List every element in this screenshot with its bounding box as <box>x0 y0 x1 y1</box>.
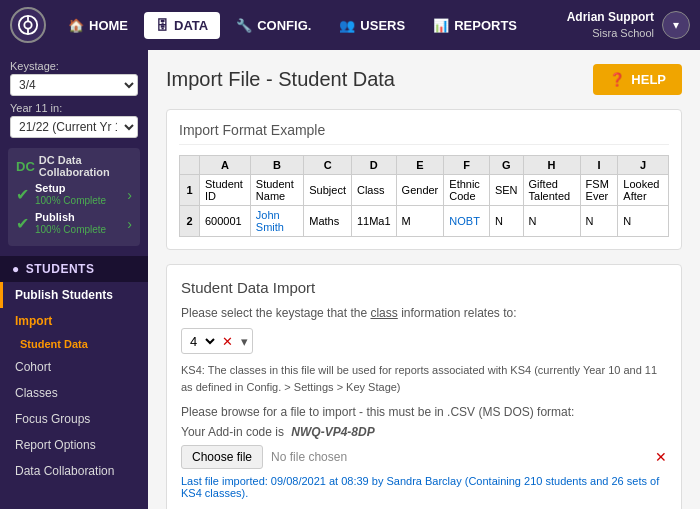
user-school: Sisra School <box>567 26 654 41</box>
col-j: J <box>618 156 669 175</box>
col-e: E <box>396 156 444 175</box>
keystage-prompt: Please select the keystage that the clas… <box>181 306 667 320</box>
row-num-2: 2 <box>180 206 200 237</box>
sidebar-item-classes[interactable]: Classes <box>0 380 148 406</box>
import-format-table: A B C D E F G H I J 1 Studen <box>179 155 669 237</box>
main-content: Import File - Student Data ❓ HELP Import… <box>148 50 700 509</box>
sidebar: Keystage: 3/4 Year 11 in: 21/22 (Current… <box>0 50 148 509</box>
student-data-label: Student Data <box>20 338 88 350</box>
col-empty <box>180 156 200 175</box>
help-label: HELP <box>631 72 666 87</box>
format-section-title: Import Format Example <box>179 122 669 145</box>
sidebar-item-cohort[interactable]: Cohort <box>0 354 148 380</box>
year11-section: Year 11 in: 21/22 (Current Yr 11) <box>0 102 148 138</box>
cell-1g: SEN <box>489 175 523 206</box>
dc-setup-status: 100% Complete <box>35 195 106 207</box>
nav-home-label: HOME <box>89 18 128 33</box>
nav-home[interactable]: 🏠 HOME <box>56 12 140 39</box>
sidebar-item-data-collaboration[interactable]: Data Collaboration <box>0 458 148 484</box>
nav-config[interactable]: 🔧 CONFIG. <box>224 12 323 39</box>
ks-chevron-icon[interactable]: ▾ <box>237 334 252 349</box>
choose-file-button[interactable]: Choose file <box>181 445 263 469</box>
nav-data[interactable]: 🗄 DATA <box>144 12 220 39</box>
page-title: Import File - Student Data <box>166 68 395 91</box>
table-row: 1 Student ID Student Name Subject Class … <box>180 175 669 206</box>
cell-1c: Subject <box>304 175 352 206</box>
import-section-title: Student Data Import <box>181 279 667 296</box>
ks4-info-content: KS4: The classes in this file will be us… <box>181 364 657 393</box>
sidebar-item-report-options[interactable]: Report Options <box>0 432 148 458</box>
sidebar-item-import[interactable]: Import <box>0 308 148 334</box>
col-a: A <box>200 156 251 175</box>
no-file-text: No file chosen <box>271 450 647 464</box>
ks-clear-button[interactable]: ✕ <box>218 334 237 349</box>
cohort-label: Cohort <box>15 360 51 374</box>
cell-1a: Student ID <box>200 175 251 206</box>
ks-value-select[interactable]: 4 <box>182 331 218 352</box>
help-button[interactable]: ❓ HELP <box>593 64 682 95</box>
sidebar-item-publish-students[interactable]: Publish Students <box>0 282 148 308</box>
classes-label: Classes <box>15 386 58 400</box>
addon-code: NWQ-VP4-8DP <box>291 425 374 439</box>
addon-line: Your Add-in code is NWQ-VP4-8DP <box>181 425 667 439</box>
user-menu-button[interactable]: ▾ <box>662 11 690 39</box>
class-underline: class <box>370 306 397 320</box>
dc-setup-label: Setup <box>35 182 106 195</box>
nav-users[interactable]: 👥 USERS <box>327 12 417 39</box>
import-label: Import <box>15 314 52 328</box>
sidebar-item-student-data[interactable]: Student Data <box>0 334 148 354</box>
cell-1f: Ethnic Code <box>444 175 490 206</box>
config-icon: 🔧 <box>236 18 252 33</box>
keystage-section: Keystage: 3/4 <box>0 60 148 96</box>
dc-setup-text: Setup 100% Complete <box>35 182 106 207</box>
page-header: Import File - Student Data ❓ HELP <box>166 64 682 95</box>
sidebar-item-focus-groups[interactable]: Focus Groups <box>0 406 148 432</box>
dc-title: DC DC Data Collaboration <box>16 154 132 178</box>
header: 🏠 HOME 🗄 DATA 🔧 CONFIG. 👥 USERS 📊 REPORT… <box>0 0 700 50</box>
table-row: 2 600001 John Smith Maths 11Ma1 M NOBT N… <box>180 206 669 237</box>
col-c: C <box>304 156 352 175</box>
browse-label: Please browse for a file to import - thi… <box>181 405 667 419</box>
dc-publish-status: 100% Complete <box>35 224 106 236</box>
cell-2j: N <box>618 206 669 237</box>
cell-2b: John Smith <box>250 206 303 237</box>
keystage-row: 4 ✕ ▾ <box>181 328 667 354</box>
col-h: H <box>523 156 580 175</box>
nav-users-label: USERS <box>360 18 405 33</box>
cell-2d: 11Ma1 <box>351 206 396 237</box>
help-icon: ❓ <box>609 72 625 87</box>
keystage-select[interactable]: 3/4 <box>10 74 138 96</box>
dc-publish[interactable]: ✔ Publish 100% Complete › <box>16 211 132 236</box>
cell-2c: Maths <box>304 206 352 237</box>
cell-1j: Looked After <box>618 175 669 206</box>
ks-select-wrap[interactable]: 4 ✕ ▾ <box>181 328 253 354</box>
publish-students-label: Publish Students <box>15 288 113 302</box>
keystage-label: Keystage: <box>10 60 138 72</box>
cell-2a: 600001 <box>200 206 251 237</box>
addon-label: Your Add-in code is <box>181 425 284 439</box>
import-section: Student Data Import Please select the ke… <box>166 264 682 509</box>
col-g: G <box>489 156 523 175</box>
report-options-label: Report Options <box>15 438 96 452</box>
file-clear-icon[interactable]: ✕ <box>655 449 667 465</box>
students-label: STUDENTS <box>26 262 95 276</box>
nav-reports[interactable]: 📊 REPORTS <box>421 12 529 39</box>
nav-data-label: DATA <box>174 18 208 33</box>
col-i: I <box>580 156 618 175</box>
users-icon: 👥 <box>339 18 355 33</box>
dc-publish-text: Publish 100% Complete <box>35 211 106 236</box>
year11-select[interactable]: 21/22 (Current Yr 11) <box>10 116 138 138</box>
students-icon: ● <box>12 262 20 276</box>
cell-1h: Gifted Talented <box>523 175 580 206</box>
check-icon: ✔ <box>16 185 29 204</box>
check-icon-2: ✔ <box>16 214 29 233</box>
students-section-title: ● STUDENTS <box>0 256 148 282</box>
format-section: Import Format Example A B C D E F G H I <box>166 109 682 250</box>
focus-groups-label: Focus Groups <box>15 412 90 426</box>
dc-publish-arrow: › <box>127 216 132 232</box>
col-d: D <box>351 156 396 175</box>
dc-section: DC DC Data Collaboration ✔ Setup 100% Co… <box>8 148 140 246</box>
file-row: Choose file No file chosen ✕ <box>181 445 667 469</box>
dc-setup[interactable]: ✔ Setup 100% Complete › <box>16 182 132 207</box>
col-b: B <box>250 156 303 175</box>
